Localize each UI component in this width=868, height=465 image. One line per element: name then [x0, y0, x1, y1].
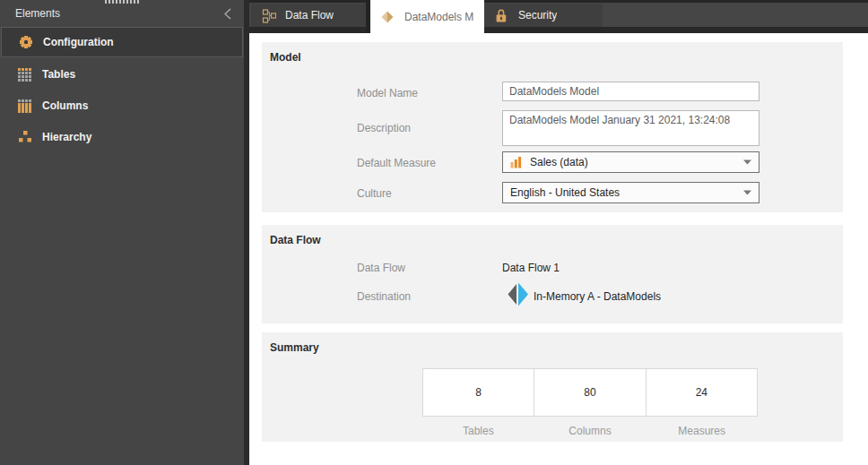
culture-value: English - United States [510, 186, 620, 199]
model-name-label: Model Name [357, 87, 418, 99]
culture-label: Culture [357, 187, 392, 200]
tab-datamodels[interactable]: DataModels M... [370, 0, 484, 33]
model-diamond-icon [381, 9, 395, 24]
tables-count-label: Tables [422, 425, 534, 437]
gear-icon [19, 35, 33, 49]
tabbar-bottom-edge [249, 27, 868, 33]
culture-dropdown[interactable]: English - United States [502, 182, 760, 203]
table-grid-icon [18, 67, 32, 82]
tab-label: Security [518, 9, 557, 22]
data-flow-section: Data Flow Data Flow Data Flow 1 Destinat… [262, 225, 843, 323]
sidebar-item-configuration[interactable]: Configuration [1, 27, 243, 57]
section-title: Model [270, 51, 301, 64]
columns-count-label: Columns [534, 425, 647, 437]
tables-count: 8 [422, 368, 534, 417]
sidebar-item-columns[interactable]: Columns [0, 90, 244, 121]
columns-icon [18, 99, 32, 113]
model-section: Model Model Name Description DataModels … [262, 42, 843, 212]
sidebar-item-label: Configuration [43, 36, 114, 48]
summary-stats: 8 80 24 Tables Columns Measures [422, 368, 758, 437]
tab-security[interactable]: Security [484, 4, 603, 27]
chevron-down-icon [743, 159, 751, 165]
model-name-input[interactable] [502, 82, 760, 101]
destination-value: In-Memory A - DataModels [534, 290, 661, 303]
measure-bars-icon [510, 156, 522, 168]
in-memory-icon [507, 282, 528, 306]
tab-data-flow[interactable]: Data Flow [251, 4, 366, 27]
sidebar-item-label: Tables [42, 68, 75, 81]
default-measure-value: Sales (data) [530, 156, 588, 168]
default-measure-label: Default Measure [357, 157, 436, 169]
tabbar-top-edge [249, 0, 868, 3]
hierarchy-icon [18, 130, 32, 144]
description-label: Description [357, 122, 411, 134]
chevron-left-icon [222, 7, 235, 21]
sidebar: Elements Configuration [0, 0, 244, 465]
tab-bar: Data Flow DataModels M... Security [249, 0, 868, 33]
sidebar-item-label: Hierarchy [42, 131, 91, 143]
chevron-down-icon [743, 190, 751, 195]
main-content: Model Model Name Description DataModels … [249, 33, 868, 465]
app-window: Elements Configuration [0, 0, 868, 465]
stat-labels: Tables Columns Measures [422, 425, 758, 437]
columns-count: 80 [534, 368, 646, 417]
sidebar-title: Elements [15, 7, 60, 20]
stat-boxes: 8 80 24 [422, 368, 758, 417]
measures-count-label: Measures [646, 425, 758, 437]
data-flow-label: Data Flow [357, 262, 405, 274]
data-flow-icon [262, 8, 276, 23]
focus-dots-strip [105, 0, 140, 4]
data-flow-value: Data Flow 1 [502, 262, 560, 274]
description-textarea[interactable]: DataModels Model January 31 2021, 13:24:… [502, 110, 760, 146]
summary-section: Summary 8 80 24 Tables Columns Measures [262, 332, 843, 442]
sidebar-item-hierarchy[interactable]: Hierarchy [0, 122, 244, 152]
section-title: Data Flow [270, 234, 321, 246]
tab-label: Data Flow [285, 9, 334, 22]
sidebar-item-label: Columns [42, 99, 88, 112]
tab-label: DataModels M... [404, 11, 473, 23]
section-title: Summary [270, 341, 319, 354]
measures-count: 24 [647, 368, 758, 417]
lock-icon [495, 8, 509, 23]
default-measure-dropdown[interactable]: Sales (data) [502, 151, 760, 173]
destination-label: Destination [357, 290, 411, 303]
sidebar-item-tables[interactable]: Tables [0, 59, 244, 90]
collapse-sidebar-button[interactable] [222, 7, 235, 21]
